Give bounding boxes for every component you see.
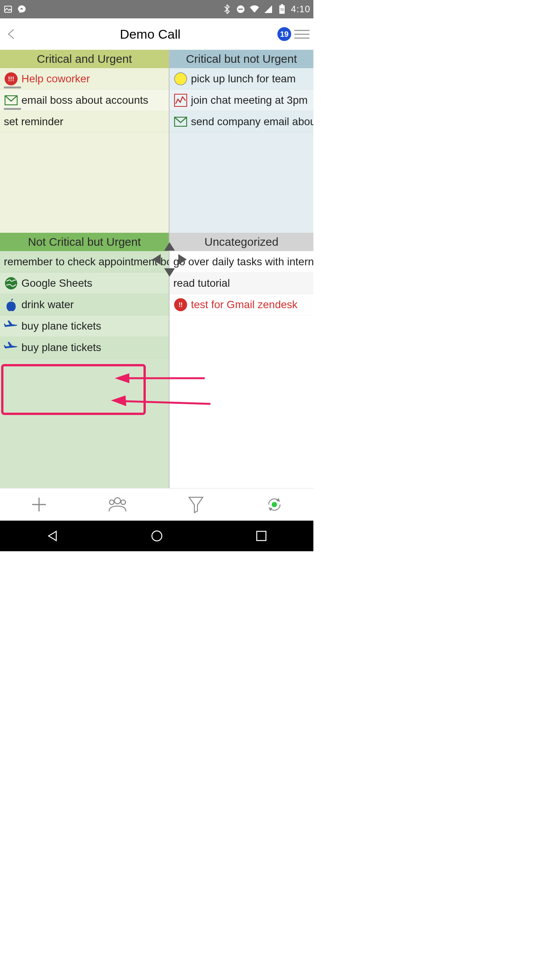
task-label: buy plane tickets [21, 341, 101, 354]
android-status-bar: 72 4:10 [0, 0, 313, 18]
alert-icon: !!! [4, 72, 18, 86]
svg-point-21 [114, 498, 121, 504]
task-list: !!! Help coworker email boss about accou… [0, 68, 169, 132]
task-label: join chat meeting at 3pm [191, 94, 308, 106]
task-label: send company email about [191, 116, 313, 128]
task-item[interactable]: drink water [0, 294, 169, 315]
task-item[interactable]: send company email about [170, 111, 313, 132]
status-right: 72 4:10 [222, 4, 310, 15]
bottom-toolbar [0, 488, 313, 521]
task-list: pick up lunch for team join chat meeting… [170, 68, 313, 132]
task-item[interactable]: read tutorial [170, 273, 313, 294]
android-nav-bar [0, 521, 313, 551]
svg-point-23 [121, 500, 126, 505]
nav-back-button[interactable] [39, 528, 66, 544]
page-title: Demo Call [23, 27, 277, 42]
chart-icon [173, 93, 188, 108]
app-header: Demo Call 19 [0, 18, 313, 50]
task-label: Help coworker [21, 73, 90, 85]
back-button[interactable] [0, 23, 23, 46]
svg-text:!!: !! [179, 302, 183, 308]
svg-point-12 [5, 277, 17, 289]
task-item[interactable]: remember to check appointment bo [0, 251, 169, 273]
sync-button[interactable] [263, 493, 286, 516]
add-button[interactable] [28, 493, 51, 516]
globe-icon [4, 276, 18, 291]
mail-icon [4, 93, 18, 108]
cell-icon [263, 4, 273, 14]
quadrant-uncategorized: Uncategorized go over daily tasks with i… [170, 233, 313, 488]
svg-text:72: 72 [280, 8, 284, 11]
task-item[interactable]: set reminder [0, 111, 169, 132]
wifi-icon [249, 4, 259, 14]
task-label: set reminder [4, 116, 64, 128]
svg-marker-25 [269, 507, 272, 511]
task-label: email boss about accounts [21, 94, 148, 106]
svg-text:!!!: !!! [8, 76, 14, 82]
task-item[interactable]: !! test for Gmail zendesk [170, 294, 313, 315]
apple-icon [4, 297, 18, 312]
progress-bar [4, 108, 21, 110]
messenger-icon [17, 4, 27, 14]
task-item[interactable]: pick up lunch for team [170, 68, 313, 90]
svg-point-27 [152, 531, 162, 541]
task-label: remember to check appointment bo [4, 256, 169, 268]
bluetooth-icon [222, 4, 232, 14]
quadrant-header: Uncategorized [170, 233, 313, 251]
task-item[interactable]: buy plane tickets [0, 315, 169, 337]
quadrant-header: Not Critical but Urgent [0, 233, 169, 251]
progress-bar [4, 87, 21, 88]
menu-button[interactable] [294, 26, 310, 42]
svg-point-26 [272, 502, 277, 507]
filter-button[interactable] [184, 493, 207, 516]
task-list: remember to check appointment bo Google … [0, 251, 169, 358]
people-button[interactable] [106, 493, 129, 516]
svg-point-22 [109, 500, 114, 505]
svg-rect-28 [257, 531, 266, 541]
task-list: go over daily tasks with intern read tut… [170, 251, 313, 315]
quadrant-critical-not-urgent: Critical but not Urgent pick up lunch fo… [170, 50, 313, 233]
notification-badge[interactable]: 19 [277, 27, 291, 41]
svg-marker-24 [276, 498, 280, 502]
task-label: buy plane tickets [21, 320, 101, 332]
task-label: Google Sheets [21, 277, 92, 289]
quadrant-header: Critical but not Urgent [170, 50, 313, 68]
plane-icon [4, 340, 18, 355]
task-item[interactable]: Google Sheets [0, 273, 169, 294]
status-left [3, 4, 27, 14]
quadrant-critical-urgent: Critical and Urgent !!! Help coworker em… [0, 50, 170, 233]
alert-icon: !! [173, 297, 188, 312]
task-label: test for Gmail zendesk [191, 299, 298, 311]
quadrant-not-critical-urgent: Not Critical but Urgent remember to chec… [0, 233, 170, 488]
nav-home-button[interactable] [143, 528, 170, 544]
header-right: 19 [277, 26, 313, 42]
task-item[interactable]: !!! Help coworker [0, 68, 169, 90]
task-item[interactable]: go over daily tasks with intern [170, 251, 313, 273]
priority-grid: Critical and Urgent !!! Help coworker em… [0, 50, 313, 488]
battery-icon: 72 [277, 4, 287, 14]
svg-point-9 [174, 73, 187, 85]
svg-rect-2 [238, 9, 243, 10]
task-item[interactable]: join chat meeting at 3pm [170, 90, 313, 111]
dnd-icon [236, 4, 246, 14]
task-label: read tutorial [173, 277, 230, 289]
nav-recent-button[interactable] [248, 528, 275, 544]
gallery-icon [3, 4, 13, 14]
svg-rect-4 [281, 4, 283, 5]
plane-icon [4, 319, 18, 333]
task-item[interactable]: buy plane tickets [0, 337, 169, 358]
status-time: 4:10 [291, 4, 310, 15]
task-label: go over daily tasks with intern [173, 256, 313, 268]
dot-icon [173, 72, 188, 86]
task-label: drink water [21, 299, 74, 311]
quadrant-header: Critical and Urgent [0, 50, 169, 68]
mail-icon [173, 114, 188, 129]
task-item[interactable]: email boss about accounts [0, 90, 169, 111]
task-label: pick up lunch for team [191, 73, 296, 85]
